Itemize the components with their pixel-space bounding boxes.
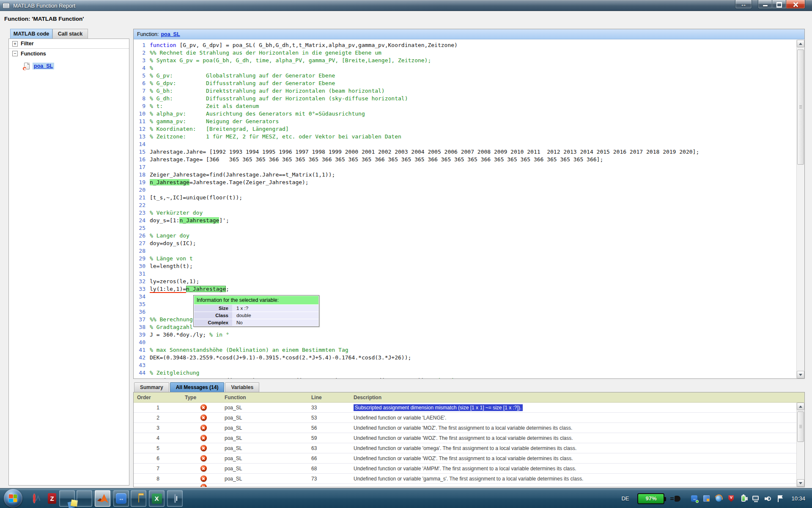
description-text: Undefined function or variable 'LAENGE'. bbox=[354, 415, 446, 421]
table-row[interactable]: 1poa_SL33Subscripted assignment dimensio… bbox=[134, 403, 804, 413]
tab-matlab-code[interactable]: MATLAB code bbox=[10, 29, 52, 39]
table-row-partial[interactable] bbox=[134, 484, 804, 487]
tree-item-filter[interactable]: + Filter bbox=[9, 39, 129, 49]
column-header-order: Order bbox=[134, 395, 182, 400]
function-header-link[interactable]: poa_SL bbox=[161, 31, 180, 37]
line-number: 19 bbox=[134, 179, 145, 186]
table-row[interactable]: 7poa_SL68Undefined function or variable … bbox=[134, 464, 804, 474]
tab-label: All Messages (14) bbox=[176, 384, 219, 390]
tab-all-messages[interactable]: All Messages (14) bbox=[170, 382, 225, 392]
snipping-tool-taskbar-button[interactable] bbox=[27, 490, 41, 507]
code-segment: % G_pv: Globalstrahlung auf der Generato… bbox=[150, 72, 335, 79]
line-number: 14 bbox=[134, 141, 145, 148]
close-button[interactable] bbox=[786, 0, 805, 9]
start-button[interactable] bbox=[4, 489, 22, 508]
expand-icon[interactable]: + bbox=[12, 41, 18, 47]
table-row[interactable]: 3poa_SL56Undefined function or variable … bbox=[134, 423, 804, 433]
internet-globe-icon[interactable] bbox=[715, 495, 722, 502]
code-line-33: 33ly(1:le,1)=n_Jahrestage; bbox=[134, 285, 796, 293]
code-scrollbar[interactable] bbox=[796, 40, 804, 378]
function-link[interactable]: poa_SL bbox=[33, 63, 54, 69]
code-line-41: 41% max Sonnenstandshöhe (Deklination) a… bbox=[134, 346, 796, 354]
zotero-taskbar-button[interactable] bbox=[45, 490, 59, 507]
dock-arrows-button[interactable]: ↔ bbox=[735, 0, 752, 9]
highlighted-variable[interactable]: n_Jahrestage bbox=[150, 179, 189, 185]
language-indicator[interactable]: DE bbox=[619, 494, 631, 503]
line-number: 25 bbox=[134, 224, 145, 232]
table-row[interactable]: 2poa_SL53Undefined function or variable … bbox=[134, 413, 804, 423]
table-row[interactable]: 8poa_SL73Undefined function or variable … bbox=[134, 474, 804, 484]
line-number: 18 bbox=[134, 171, 145, 179]
restore-button[interactable] bbox=[772, 0, 786, 9]
image-viewer-taskbar-button[interactable] bbox=[167, 490, 183, 507]
code-line-44: 44% Zeitgleichung bbox=[134, 369, 796, 377]
network-icon[interactable] bbox=[752, 495, 759, 502]
code-segment: Jahrestage.Jahre= [1992 1993 1994 1995 1… bbox=[150, 149, 699, 155]
tree-item-functions[interactable]: − Functions bbox=[9, 49, 129, 58]
scroll-up-button[interactable] bbox=[797, 403, 804, 410]
code-line-39: 39J = 360.*doy./ly; % in ° bbox=[134, 331, 796, 339]
cell-description: Undefined function or variable 'LAENGE'. bbox=[354, 415, 804, 421]
line-number: 16 bbox=[134, 156, 145, 163]
image-viewer-icon bbox=[174, 495, 176, 502]
scroll-down-button[interactable] bbox=[797, 371, 804, 378]
action-center-flag-icon[interactable] bbox=[776, 495, 784, 502]
power-plug-icon bbox=[670, 494, 680, 503]
volume-icon[interactable] bbox=[764, 495, 771, 502]
code-text: % G_pv: Globalstrahlung auf der Generato… bbox=[150, 72, 335, 80]
cell-order: 5 bbox=[134, 445, 182, 451]
scroll-up-button[interactable] bbox=[797, 40, 804, 47]
messages-scrollbar[interactable] bbox=[796, 403, 804, 487]
line-number: 17 bbox=[134, 163, 145, 171]
power-plug-icon[interactable] bbox=[740, 495, 747, 502]
app-tray-icon[interactable] bbox=[703, 495, 710, 502]
code-segment: doy_s=[1: bbox=[150, 217, 179, 224]
code-text: ly=zeros(le,1); bbox=[150, 278, 199, 285]
minimize-button[interactable] bbox=[758, 0, 772, 9]
table-row[interactable]: 4poa_SL59Undefined function or variable … bbox=[134, 433, 804, 443]
teamviewer-tray-icon[interactable] bbox=[691, 495, 698, 502]
tab-variables[interactable]: Variables bbox=[225, 382, 259, 392]
code-segment: Zeiger_Jahrestage=find(Jahrestage.Jahre=… bbox=[150, 171, 335, 178]
table-row[interactable]: 5poa_SL63Undefined function or variable … bbox=[134, 443, 804, 453]
scroll-down-button[interactable] bbox=[797, 479, 804, 487]
variable-info-tooltip: Information for the selected variable: S… bbox=[193, 295, 319, 327]
tree-item-function-poa-sl[interactable]: poa_SL bbox=[24, 63, 54, 69]
tooltip-title: Information for the selected variable: bbox=[194, 296, 318, 304]
matlab-taskbar-button[interactable] bbox=[95, 490, 110, 507]
teamviewer-icon bbox=[116, 493, 126, 504]
code-line-6: 6% G_dpv: Diffusstrahlung auf der Genera… bbox=[134, 80, 796, 87]
code-text: %% Rechnet die Strahlung aus der Horizon… bbox=[150, 49, 381, 57]
highlighted-variable[interactable]: n_Jahrestage bbox=[186, 286, 226, 292]
window-titlebar[interactable]: MATLAB Function Report bbox=[0, 0, 812, 11]
collapse-icon[interactable]: − bbox=[12, 51, 18, 56]
firefox-taskbar-button[interactable] bbox=[77, 490, 92, 507]
description-text: Undefined function or variable 'omega'. … bbox=[354, 445, 576, 451]
table-row[interactable]: 6poa_SL66Undefined function or variable … bbox=[134, 453, 804, 464]
teamviewer-taskbar-button[interactable] bbox=[113, 490, 129, 507]
tab-call-stack[interactable]: Call stack bbox=[52, 29, 88, 39]
excel-taskbar-button[interactable] bbox=[149, 490, 165, 507]
cell-description: Undefined function or variable 'WOZ'. Th… bbox=[354, 456, 804, 461]
battery-meter[interactable]: 97% bbox=[637, 493, 664, 504]
code-line-24: 24doy_s=[1:n_Jahrestage]'; bbox=[134, 217, 796, 224]
code-segment: % Koordinaten: [Breitengrad, Längengrad] bbox=[150, 126, 289, 132]
cell-type bbox=[182, 465, 225, 472]
scrollbar-thumb[interactable] bbox=[797, 50, 804, 165]
sticky-notes-taskbar-button[interactable] bbox=[59, 490, 75, 507]
clock[interactable]: 10:34 bbox=[791, 495, 805, 502]
window-title: MATLAB Function Report bbox=[13, 3, 75, 9]
description-text: Undefined function or variable 'AMPM'. T… bbox=[354, 466, 576, 472]
scrollbar-thumb[interactable] bbox=[797, 411, 804, 442]
code-panel-header: Function: poa_SL bbox=[134, 29, 804, 39]
antivirus-shield-icon[interactable] bbox=[727, 495, 735, 502]
highlighted-variable[interactable]: n_Jahrestage bbox=[179, 217, 219, 224]
code-segment: % Länge von t bbox=[150, 255, 193, 262]
explorer-folder-taskbar-button[interactable] bbox=[131, 490, 146, 507]
tooltip-row: Size 1 x :? bbox=[194, 304, 318, 312]
code-line-7: 7% G_bh: Direktstrahlung auf der Horizon… bbox=[134, 87, 796, 95]
table-body: 1poa_SL33Subscripted assignment dimensio… bbox=[134, 403, 804, 487]
code-line-21: 21[t_s,~,IC]=unique(floor(t)); bbox=[134, 194, 796, 202]
tab-summary[interactable]: Summary bbox=[134, 382, 169, 392]
code-segment: [G_pv, G_dpv] = poa_SL( G_bh,G_dh,t,t_Ma… bbox=[176, 42, 458, 48]
